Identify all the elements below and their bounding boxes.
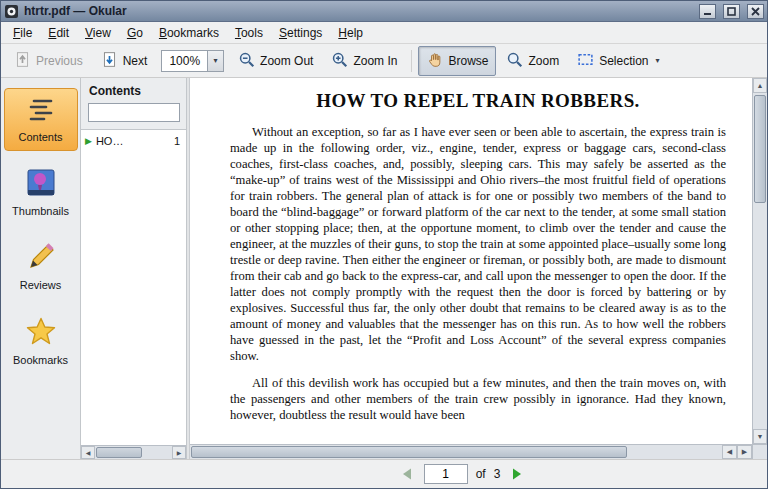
selection-tool-button[interactable]: Selection ▾ xyxy=(569,46,667,76)
zoom-in-button[interactable]: Zoom In xyxy=(323,46,405,76)
menu-bookmarks[interactable]: Bookmarks xyxy=(151,23,227,43)
next-page-button[interactable]: Next xyxy=(93,46,156,76)
zoom-tool-label: Zoom xyxy=(528,54,559,68)
document-paragraph: Without an exception, so far as I have e… xyxy=(230,125,726,365)
contents-panel-title: Contents xyxy=(81,78,186,103)
zoom-out-button[interactable]: Zoom Out xyxy=(230,46,321,76)
contents-list-icon xyxy=(27,96,55,126)
scroll-left-icon[interactable]: ◀ xyxy=(81,446,95,459)
contents-scroll-thumb[interactable] xyxy=(96,447,142,458)
selection-rect-icon xyxy=(577,51,594,71)
page-navigation-bar: of 3 xyxy=(1,459,767,488)
okular-app-icon xyxy=(4,4,19,19)
vertical-scroll-track[interactable] xyxy=(753,93,767,429)
menu-view[interactable]: View xyxy=(77,23,119,43)
previous-page-label: Previous xyxy=(36,54,83,68)
zoom-combobox[interactable]: 100% ▾ xyxy=(161,50,224,72)
main-body: Contents Thumbnails Reviews Bookmarks xyxy=(1,78,767,459)
tree-item-page-number: 1 xyxy=(174,135,182,147)
pencil-icon xyxy=(27,243,55,274)
menubar: File Edit View Go Bookmarks Tools Settin… xyxy=(1,22,767,44)
document-title: HOW TO REPEL TRAIN ROBBERS. xyxy=(230,90,726,112)
of-label: of xyxy=(476,467,486,481)
menu-settings[interactable]: Settings xyxy=(271,23,330,43)
browse-tool-button[interactable]: Browse xyxy=(418,46,496,76)
total-pages: 3 xyxy=(494,467,501,481)
horizontal-scroll-thumb[interactable] xyxy=(191,446,627,458)
previous-page-arrow-button[interactable] xyxy=(398,466,416,482)
previous-page-button[interactable]: Previous xyxy=(6,46,91,76)
sidebar-item-bookmarks[interactable]: Bookmarks xyxy=(4,309,78,374)
okular-window: htrtr.pdf — Okular File Edit View Go Boo… xyxy=(0,0,768,489)
sidebar-contents-label: Contents xyxy=(18,131,62,143)
next-page-label: Next xyxy=(123,54,148,68)
contents-scroll-track[interactable] xyxy=(95,446,172,459)
sidebar-reviews-label: Reviews xyxy=(20,279,62,291)
titlebar[interactable]: htrtr.pdf — Okular xyxy=(1,1,767,22)
contents-panel: Contents ▶ HO… 1 ◀ ▶ xyxy=(81,78,187,459)
scroll-right-icon[interactable]: ▶ xyxy=(172,446,186,459)
close-button[interactable] xyxy=(747,4,764,19)
next-page-icon xyxy=(101,51,118,71)
contents-tree: ▶ HO… 1 xyxy=(81,129,186,445)
scroll-right-icon[interactable]: ▶ xyxy=(737,445,752,459)
star-bookmark-icon xyxy=(26,317,56,349)
browse-tool-label: Browse xyxy=(448,54,488,68)
document-paragraph: All of this devilish work has occupied b… xyxy=(230,376,726,424)
document-view[interactable]: HOW TO REPEL TRAIN ROBBERS. Without an e… xyxy=(190,78,767,459)
window-title: htrtr.pdf — Okular xyxy=(24,4,692,18)
contents-tree-item[interactable]: ▶ HO… 1 xyxy=(85,135,182,147)
chevron-down-icon[interactable]: ▾ xyxy=(207,51,223,71)
zoom-out-label: Zoom Out xyxy=(260,54,313,68)
next-page-arrow-button[interactable] xyxy=(508,466,526,482)
zoom-in-label: Zoom In xyxy=(353,54,397,68)
zoom-out-icon xyxy=(238,51,255,71)
previous-page-icon xyxy=(14,51,31,71)
vertical-scrollbar[interactable]: ▲ ▼ xyxy=(752,78,767,444)
contents-horizontal-scrollbar[interactable]: ◀ ▶ xyxy=(81,445,186,459)
zoom-tool-button[interactable]: Zoom xyxy=(498,46,567,76)
pdf-page: HOW TO REPEL TRAIN ROBBERS. Without an e… xyxy=(190,78,752,444)
tree-item-label: HO… xyxy=(96,135,124,147)
sidebar-thumbnails-label: Thumbnails xyxy=(12,205,69,217)
selection-dropdown-icon[interactable]: ▾ xyxy=(656,56,660,65)
scrollbar-corner xyxy=(752,444,767,459)
menu-edit[interactable]: Edit xyxy=(40,23,77,43)
scroll-left-icon[interactable]: ◀ xyxy=(722,445,737,459)
sidebar-item-reviews[interactable]: Reviews xyxy=(4,235,78,299)
navigation-sidebar: Contents Thumbnails Reviews Bookmarks xyxy=(1,78,81,459)
menu-file[interactable]: File xyxy=(5,23,40,43)
sidebar-item-thumbnails[interactable]: Thumbnails xyxy=(4,161,78,225)
sidebar-bookmarks-label: Bookmarks xyxy=(13,354,68,366)
zoom-combobox-value: 100% xyxy=(162,54,207,68)
thumbnails-image-icon xyxy=(27,169,55,200)
zoom-in-icon xyxy=(331,51,348,71)
scroll-down-icon[interactable]: ▼ xyxy=(753,429,767,444)
selection-tool-label: Selection xyxy=(599,54,648,68)
menu-help[interactable]: Help xyxy=(330,23,371,43)
contents-filter-input[interactable] xyxy=(88,103,180,122)
sidebar-item-contents[interactable]: Contents xyxy=(4,88,78,151)
minimize-button[interactable] xyxy=(699,4,716,19)
menu-tools[interactable]: Tools xyxy=(227,23,271,43)
vertical-scroll-thumb[interactable] xyxy=(754,95,766,203)
toolbar-separator xyxy=(411,50,412,72)
magnifier-icon xyxy=(506,51,523,71)
maximize-button[interactable] xyxy=(723,4,740,19)
tree-expand-icon[interactable]: ▶ xyxy=(85,136,92,146)
menu-go[interactable]: Go xyxy=(119,23,151,43)
scroll-up-icon[interactable]: ▲ xyxy=(753,78,767,93)
hand-browse-icon xyxy=(426,51,443,71)
current-page-input[interactable] xyxy=(424,464,468,484)
horizontal-scroll-track[interactable] xyxy=(190,445,722,459)
toolbar: Previous Next 100% ▾ Zoom Out Zoom In xyxy=(1,44,767,78)
horizontal-scrollbar[interactable]: ◀ ▶ xyxy=(190,444,752,459)
